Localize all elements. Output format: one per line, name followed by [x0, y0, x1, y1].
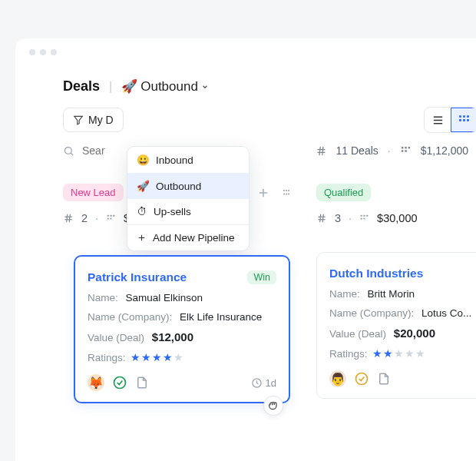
- svg-point-38: [114, 377, 126, 389]
- grid-dots-icon: [106, 214, 116, 224]
- column-count: 3: [335, 212, 341, 224]
- hash-icon: [316, 213, 327, 224]
- svg-line-43: [322, 214, 323, 223]
- svg-line-32: [69, 214, 70, 223]
- total-value: $1,12,000: [421, 144, 468, 157]
- svg-rect-45: [364, 214, 365, 216]
- company-name: Elk Life Insurance: [180, 311, 262, 323]
- pipeline-option-label: Up-sells: [154, 206, 191, 217]
- currency-icon: [400, 145, 412, 157]
- field-label: Name:: [329, 288, 360, 300]
- stage-badge: Qualified: [316, 184, 371, 201]
- company-name: Lotus Co...: [421, 307, 471, 319]
- svg-line-11: [71, 153, 73, 155]
- add-pipeline-button[interactable]: Add New Pipeline: [127, 225, 249, 250]
- svg-rect-7: [459, 119, 461, 121]
- filter-icon: [73, 114, 84, 125]
- svg-point-10: [65, 147, 72, 154]
- avatar: 🦊: [88, 374, 104, 391]
- field-label: Ratings:: [329, 348, 368, 360]
- pipeline-selector[interactable]: 🚀 Outbound: [121, 78, 209, 95]
- svg-point-28: [288, 193, 289, 194]
- column-stats: 3 · $30,000: [316, 212, 476, 224]
- pipeline-option-outbound[interactable]: 🚀 Outbound: [127, 173, 249, 199]
- page-title: Deals: [63, 78, 100, 95]
- star-rating: ★★★★★: [372, 347, 425, 360]
- svg-marker-0: [74, 116, 83, 124]
- board-view-button[interactable]: [451, 108, 476, 132]
- grid-dots-icon: [359, 214, 369, 224]
- pipeline-option-label: Outbound: [156, 181, 201, 192]
- svg-rect-44: [361, 214, 362, 216]
- svg-rect-48: [364, 217, 365, 219]
- svg-rect-20: [405, 150, 407, 152]
- deal-value: $12,000: [152, 330, 193, 343]
- list-view-button[interactable]: [425, 108, 451, 132]
- card-title: Dutch Industries: [329, 267, 476, 280]
- view-toggle: [424, 107, 476, 133]
- svg-rect-6: [467, 115, 469, 118]
- pipeline-option-upsells[interactable]: ⏱ Up-sells: [127, 199, 249, 224]
- svg-line-42: [320, 214, 321, 223]
- svg-rect-37: [111, 217, 112, 219]
- field-label: Value (Deal): [329, 328, 386, 340]
- svg-point-24: [286, 189, 287, 191]
- field-label: Name (Company):: [88, 311, 172, 323]
- window-dot: [29, 49, 35, 55]
- stopwatch-icon: ⏱: [137, 206, 147, 217]
- contact-name: Samual Elkinson: [126, 292, 203, 303]
- svg-point-25: [288, 189, 289, 191]
- svg-rect-9: [467, 119, 469, 121]
- grab-cursor-icon[interactable]: [263, 396, 283, 416]
- column-count: 2: [81, 212, 88, 224]
- smile-icon: 😀: [137, 154, 150, 166]
- add-pipeline-label: Add New Pipeline: [153, 232, 235, 244]
- svg-rect-34: [111, 214, 112, 216]
- field-label: Name:: [88, 292, 118, 303]
- avatar: 👨: [329, 370, 346, 387]
- pipeline-option-label: Inbound: [156, 154, 193, 166]
- pipeline-dropdown: 😀 Inbound 🚀 Outbound ⏱ Up-sells Add New …: [127, 146, 250, 251]
- pipeline-option-inbound[interactable]: 😀 Inbound: [127, 147, 249, 173]
- deal-count: 11 Deals: [336, 144, 378, 157]
- plus-icon: [137, 233, 147, 243]
- svg-rect-8: [463, 119, 465, 121]
- window-dot: [40, 49, 46, 55]
- svg-line-31: [67, 214, 68, 223]
- my-deals-button[interactable]: My D: [63, 108, 124, 132]
- svg-rect-5: [463, 115, 465, 118]
- svg-rect-17: [405, 146, 407, 148]
- my-deals-label: My D: [88, 114, 114, 126]
- svg-point-27: [286, 193, 287, 194]
- titlebar: [15, 38, 476, 60]
- search-input[interactable]: [81, 144, 119, 158]
- file-icon: [377, 372, 391, 386]
- svg-point-49: [356, 373, 368, 385]
- rocket-icon: 🚀: [121, 78, 137, 95]
- deal-card[interactable]: Win Patrick Insurance Name: Samual Elkin…: [74, 255, 290, 403]
- svg-line-15: [322, 146, 322, 154]
- stage-badge: New Lead: [63, 184, 124, 201]
- svg-rect-19: [402, 150, 404, 152]
- rocket-icon: 🚀: [137, 180, 150, 192]
- star-rating: ★★★★★: [131, 351, 183, 363]
- stage-column-qualified: Qualified 3 · $30,000 Dutch Industries N…: [316, 184, 476, 400]
- field-label: Name (Company):: [329, 307, 414, 319]
- svg-rect-4: [459, 115, 461, 118]
- check-circle-icon: [112, 375, 127, 390]
- add-card-icon[interactable]: [256, 186, 270, 200]
- svg-rect-33: [107, 214, 109, 216]
- svg-point-26: [283, 193, 285, 194]
- chevron-down-icon: [201, 83, 209, 91]
- drag-handle-icon[interactable]: [279, 186, 293, 200]
- hash-icon: [63, 213, 74, 224]
- check-circle-icon: [354, 371, 369, 386]
- svg-point-23: [283, 189, 285, 191]
- contact-name: Britt Morin: [368, 288, 415, 300]
- search-icon: [63, 145, 74, 157]
- pipeline-name: Outbound: [140, 79, 198, 95]
- field-label: Value (Deal): [88, 332, 144, 343]
- svg-rect-16: [402, 146, 404, 148]
- deal-card[interactable]: Dutch Industries Name: Britt Morin Name …: [316, 252, 476, 399]
- field-label: Ratings:: [88, 352, 126, 363]
